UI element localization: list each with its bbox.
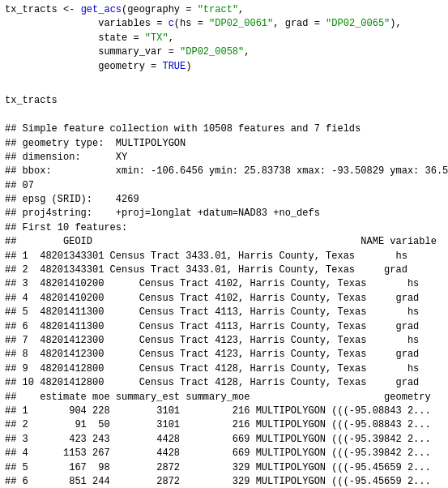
output-header2: ## estimate moe summary_est summary_moe …: [5, 391, 443, 405]
output-bbox: ## bbox: xmin: -106.6456 ymin: 25.83738 …: [5, 165, 443, 178]
output-bbox-cont: ## 07: [5, 179, 443, 193]
output-section: tx_tracts ## Simple feature collection w…: [5, 80, 443, 488]
output-row-10: ## 10 48201412800 Census Tract 4128, Har…: [5, 376, 443, 390]
output-blank: [5, 109, 443, 122]
output-data-2: ## 2 91 50 3101 216 MULTIPOLYGON (((-95.…: [5, 418, 443, 432]
output-row-8: ## 8 48201412300 Census Tract 4123, Harr…: [5, 348, 443, 362]
output-header1: ## GEOID NAME variable: [5, 235, 443, 249]
output-data-3: ## 3 423 243 4428 669 MULTIPOLYGON (((-9…: [5, 433, 443, 447]
code-line-5: geometry = TRUE): [5, 60, 443, 74]
output-row-5: ## 5 48201411300 Census Tract 4113, Harr…: [5, 306, 443, 319]
code-line-1: tx_tracts <- get_acs(geography = "tract"…: [5, 3, 443, 17]
output-proj4: ## proj4string: +proj=longlat +datum=NAD…: [5, 207, 443, 220]
output-row-7: ## 7 48201412300 Census Tract 4123, Harr…: [5, 334, 443, 348]
output-row-3: ## 3 48201410200 Census Tract 4102, Harr…: [5, 277, 443, 291]
output-title-label: tx_tracts: [5, 94, 443, 108]
output-epsg: ## epsg (SRID): 4269: [5, 193, 443, 207]
output-title: [5, 80, 443, 94]
output-first10: ## First 10 features:: [5, 221, 443, 235]
output-row-4: ## 4 48201410200 Census Tract 4102, Harr…: [5, 292, 443, 306]
output-row-6: ## 6 48201411300 Census Tract 4113, Harr…: [5, 320, 443, 334]
output-dimension: ## dimension: XY: [5, 151, 443, 165]
code-line-4: summary_var = "DP02_0058",: [5, 45, 443, 59]
output-row-2: ## 2 48201343301 Census Tract 3433.01, H…: [5, 263, 443, 277]
output-row-1: ## 1 48201343301 Census Tract 3433.01, H…: [5, 250, 443, 263]
code-section: tx_tracts <- get_acs(geography = "tract"…: [5, 3, 443, 74]
code-line-3: state = "TX",: [5, 32, 443, 45]
output-geom-type: ## geometry type: MULTIPOLYGON: [5, 137, 443, 151]
output-data-4: ## 4 1153 267 4428 669 MULTIPOLYGON (((-…: [5, 447, 443, 460]
output-data-6: ## 6 851 244 2872 329 MULTIPOLYGON (((-9…: [5, 475, 443, 488]
output-data-1: ## 1 904 228 3101 216 MULTIPOLYGON (((-9…: [5, 405, 443, 418]
output-features: ## Simple feature collection with 10508 …: [5, 122, 443, 136]
output-data-5: ## 5 167 98 2872 329 MULTIPOLYGON (((-95…: [5, 461, 443, 475]
output-row-9: ## 9 48201412800 Census Tract 4128, Harr…: [5, 362, 443, 376]
code-line-2: variables = c(hs = "DP02_0061", grad = "…: [5, 17, 443, 31]
